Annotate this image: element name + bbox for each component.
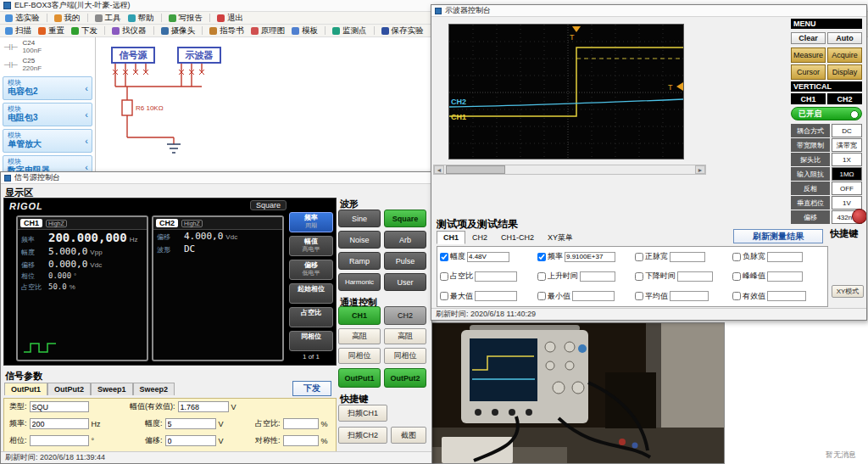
neg-width-value[interactable]	[767, 252, 803, 262]
frequency-checkbox[interactable]	[537, 253, 546, 261]
rms-checkbox[interactable]	[732, 292, 741, 300]
scope-ch1-tab[interactable]: CH1	[791, 93, 826, 104]
ch1-phase-button[interactable]: 同相位	[338, 348, 381, 364]
rise-time-value[interactable]	[580, 271, 615, 282]
refresh-measurements-button[interactable]: 刷新测量结果	[733, 229, 823, 243]
sidebar-module-resistors[interactable]: 模块 电阻包3 ‹	[3, 103, 92, 126]
screenshot-button[interactable]: 截图	[391, 427, 426, 444]
waveform-arb-button[interactable]: Arb	[384, 231, 426, 249]
measure-button[interactable]: Measure	[791, 48, 826, 63]
ch2-phase-button[interactable]: 同相位	[384, 348, 426, 364]
toolbar-guide[interactable]: 指导书	[209, 25, 244, 36]
test-tab-ch1-ch2[interactable]: CH1-CH2	[494, 231, 541, 244]
softkey-start-phase[interactable]: 起始相位	[289, 283, 333, 304]
min-value[interactable]	[572, 291, 615, 301]
send-button[interactable]: 下发	[292, 381, 331, 396]
channel-ch1-button[interactable]: CH1	[338, 306, 381, 325]
camera-view[interactable]	[431, 322, 725, 464]
cursor-button[interactable]: Cursor	[791, 64, 826, 80]
scope-horizontal-scrollbar[interactable]: ◄ ►	[433, 165, 706, 175]
channel-enabled-button[interactable]: 已开启	[791, 107, 862, 120]
toolbar-reset[interactable]: 重置	[38, 25, 64, 36]
sweep-ch2-button[interactable]: 扫频CH2	[338, 427, 387, 444]
test-tab-ch1[interactable]: CH1	[437, 231, 465, 244]
menu-item-experiments[interactable]: 选实验	[5, 13, 40, 24]
mean-checkbox[interactable]	[635, 292, 643, 300]
duty-checkbox[interactable]	[440, 272, 448, 281]
toolbar-camera[interactable]: 摄像头	[161, 25, 196, 36]
waveform-pulse-button[interactable]: Pulse	[384, 252, 426, 270]
offset-field[interactable]	[165, 435, 216, 446]
toolbar-find-instrument[interactable]: 找仪器	[112, 25, 147, 36]
schematic-signal-source-block[interactable]: 信号源	[111, 47, 155, 64]
menu-item-help[interactable]: 帮助	[128, 13, 154, 24]
scroll-left-icon[interactable]: ◄	[434, 165, 444, 174]
offset-knob[interactable]	[852, 209, 867, 224]
toolbar-template[interactable]: 模板	[292, 25, 318, 36]
auto-button[interactable]: Auto	[827, 32, 862, 44]
toolbar-schematic[interactable]: 原理图	[251, 25, 286, 36]
symmetry-field[interactable]	[283, 435, 319, 446]
phase-field[interactable]	[30, 435, 89, 446]
menu-item-tools[interactable]: 工具	[95, 13, 121, 24]
sidebar-module-amplifier[interactable]: 模块 单管放大 ‹	[3, 129, 92, 153]
toolbar-monitor[interactable]: 监测点	[332, 25, 367, 36]
waveform-user-button[interactable]: User	[384, 273, 426, 291]
toolbar-save[interactable]: 保存实验	[381, 25, 424, 36]
pos-width-value[interactable]	[670, 252, 705, 262]
amplitude-field[interactable]	[165, 418, 216, 429]
amplitude-value[interactable]	[467, 252, 509, 262]
menu-item-exit[interactable]: 退出	[217, 13, 243, 24]
amplitude-checkbox[interactable]	[440, 253, 448, 261]
tab-sweep2[interactable]: Sweep2	[133, 383, 175, 395]
scroll-right-icon[interactable]: ►	[695, 165, 705, 174]
channel-ch2-button[interactable]: CH2	[384, 306, 426, 325]
frequency-value[interactable]	[565, 252, 615, 262]
fall-time-checkbox[interactable]	[635, 272, 643, 281]
softkey-amplitude[interactable]: 幅值高电平	[289, 236, 333, 256]
scope-window-titlebar[interactable]: 示波器控制台	[431, 5, 866, 17]
menu-item-my[interactable]: 我的	[54, 13, 81, 24]
waveform-sine-button[interactable]: Sine	[338, 210, 381, 227]
scale-select[interactable]: 1V	[832, 196, 862, 210]
mean-value[interactable]	[670, 291, 709, 301]
pos-width-checkbox[interactable]	[635, 253, 643, 261]
test-tab-xy[interactable]: XY菜单	[541, 230, 580, 246]
duty-field[interactable]	[283, 418, 319, 429]
rms-field[interactable]	[178, 401, 229, 412]
tab-sweep1[interactable]: Sweep1	[91, 383, 133, 395]
component-c24[interactable]: ⊣⊢ C24100nF	[3, 39, 42, 54]
xy-mode-button[interactable]: XY模式	[832, 285, 864, 298]
ch1-impedance-button[interactable]: 高阻	[338, 328, 381, 344]
scope-ch2-tab[interactable]: CH2	[827, 93, 862, 104]
output2-button[interactable]: OutPut2	[384, 368, 426, 388]
toolbar-send[interactable]: 下发	[71, 25, 97, 36]
display-button[interactable]: Display	[827, 64, 862, 80]
duty-value[interactable]	[475, 271, 517, 282]
invert-select[interactable]: OFF	[832, 182, 862, 195]
waveform-noise-button[interactable]: Noise	[338, 231, 381, 249]
sidebar-module-capacitors[interactable]: 模块 电容包2 ‹	[3, 76, 92, 100]
scrollbar-thumb[interactable]	[446, 165, 505, 174]
signal-window-titlebar[interactable]: 信号源控制台	[1, 172, 431, 184]
test-tab-ch2[interactable]: CH2	[465, 231, 494, 244]
softkey-offset[interactable]: 偏移低电平	[289, 260, 333, 280]
bandwidth-select[interactable]: 满带宽	[832, 138, 862, 152]
menu-item-report[interactable]: 写报告	[169, 13, 203, 24]
peak-peak-checkbox[interactable]	[732, 272, 741, 281]
peak-peak-value[interactable]	[767, 271, 803, 282]
toolbar-scan[interactable]: 扫描	[5, 25, 31, 36]
waveform-square-button[interactable]: Square	[384, 210, 426, 227]
min-checkbox[interactable]	[537, 292, 546, 300]
output1-button[interactable]: OutPut1	[338, 368, 381, 388]
fall-time-value[interactable]	[677, 271, 713, 282]
max-checkbox[interactable]	[440, 292, 448, 300]
clear-button[interactable]: Clear	[791, 32, 826, 44]
rise-time-checkbox[interactable]	[537, 272, 546, 281]
tab-output1[interactable]: OutPut1	[4, 383, 47, 395]
schematic-oscilloscope-block[interactable]: 示波器	[177, 47, 221, 64]
acquire-button[interactable]: Acquire	[827, 48, 862, 63]
impedance-select[interactable]: 1MΩ	[832, 167, 862, 181]
component-c25[interactable]: ⊣⊢ C25220nF	[3, 57, 42, 72]
softkey-same-phase[interactable]: 同相位	[289, 331, 333, 351]
